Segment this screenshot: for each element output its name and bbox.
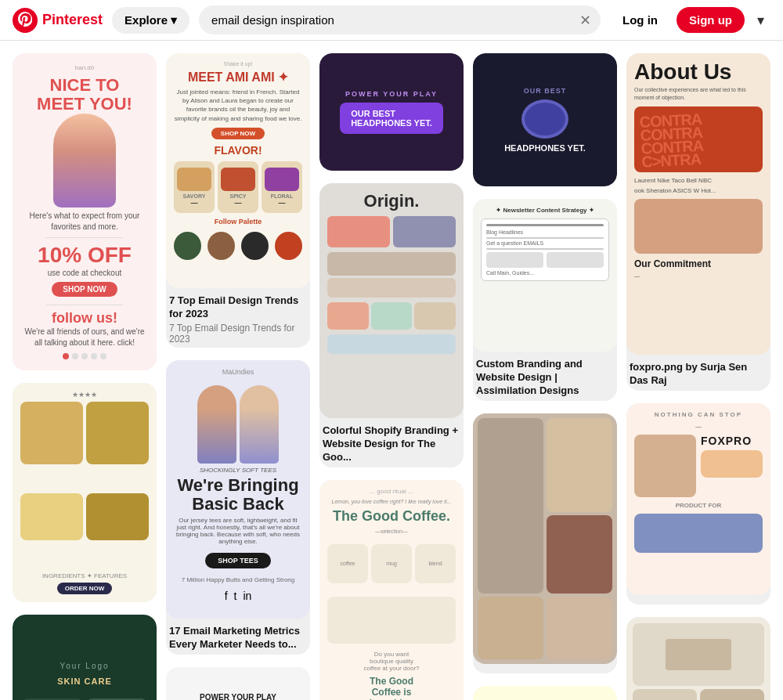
explore-chevron-icon: ▾ bbox=[171, 13, 177, 27]
pin-coffee-items: coffee mug blend bbox=[327, 544, 456, 583]
pin-title-origin: Colorful Shopify Branding + Website Desi… bbox=[323, 424, 460, 464]
search-input[interactable] bbox=[199, 5, 601, 34]
pin-coffee-question: Lemon, you love coffee right? I like rea… bbox=[327, 499, 456, 504]
pin-body: Here's what to expect from your favorite… bbox=[20, 211, 149, 233]
pin-brand-row-2: ook Sheraton ASICS W Hot... bbox=[634, 187, 763, 194]
pins-grid: ban.dō NICE TOMEET YOU! Here's what to e… bbox=[0, 41, 783, 700]
pin-metrics-title: POWER YOUR PLAY bbox=[174, 693, 302, 700]
pin-yellow-products[interactable]: ★★★★ INGREDIENTS ✦ FEATURES ORDER NOW bbox=[13, 383, 157, 602]
pin-shockingly: SHOCKINGLY SOFT TEES bbox=[200, 467, 276, 474]
pin-basic-back[interactable]: MaUndies SHOCKINGLY SOFT TEES We're Brin… bbox=[166, 360, 310, 655]
pin-product-info: INGREDIENTS ✦ FEATURES bbox=[20, 572, 149, 579]
pin-coffee-products: —selection— bbox=[327, 529, 456, 534]
pin-origin[interactable]: Origin. Colorful Shopify Branding + Webs… bbox=[319, 183, 464, 467]
pin-ritual-label: ... good ritual ... bbox=[327, 488, 456, 495]
pin-power-play[interactable]: POWER YOUR PLAY OUR BESTHEADPHONES YET. bbox=[319, 53, 464, 171]
pin-meet-ami[interactable]: Shake it up! MEET AMI AMI ✦ Just jointed… bbox=[166, 53, 310, 348]
pin-good-coffee[interactable]: ... good ritual ... Lemon, you love coff… bbox=[319, 480, 464, 700]
pin-text-about: foxpro.png by Surja Sen Das Raj bbox=[626, 355, 770, 391]
pin-promo: use code at checkout bbox=[48, 268, 122, 279]
pin-headphone-title: HEADPHONES YET. bbox=[504, 143, 586, 153]
pin-social-tw: t bbox=[234, 590, 237, 602]
pin-origin-title: Origin. bbox=[327, 191, 456, 211]
pin-text-area: 7 Top Email Design Trends for 2023 7 Top… bbox=[166, 288, 310, 348]
pin-headphone-brand: OUR BEST bbox=[524, 87, 567, 95]
pin-text-branding bbox=[473, 664, 617, 673]
pin-headline: NICE TOMEET YOU! bbox=[37, 76, 132, 114]
pin-meet-ami-header: MEET AMI AMI ✦ bbox=[174, 70, 302, 85]
pin-foxpro-sub: — bbox=[634, 423, 763, 430]
pin-product-for: PRODUCT FOR bbox=[634, 502, 763, 509]
pin-nice-to-meet[interactable]: ban.dō NICE TOMEET YOU! Here's what to e… bbox=[13, 53, 157, 370]
pin-custom-branding[interactable] bbox=[473, 413, 617, 673]
pin-foxpro-name: FOXPRO bbox=[701, 435, 763, 447]
pin-follow-body: We're all friends of ours, and we're all… bbox=[20, 327, 149, 348]
pin-foxpro[interactable]: NOTHING CAN STOP — FOXPRO PRODUCT FOR bbox=[626, 403, 770, 604]
header-actions: Log in Sign up ▾ bbox=[610, 5, 770, 35]
pin-good-coffee-launching: The GoodCoffee islaunchingsoon. bbox=[327, 676, 456, 700]
pin-happy-butts: 7 Million Happy Butts and Getting Strong bbox=[182, 576, 295, 583]
pin-title-newsletter: Custom Branding and Website Design | Ass… bbox=[476, 358, 614, 398]
profile-chevron-button[interactable]: ▾ bbox=[751, 5, 770, 35]
pin-brand-name: ban.dō bbox=[75, 64, 94, 71]
pin-discount: 10% OFF bbox=[38, 243, 132, 268]
pin-headphones[interactable]: OUR BEST HEADPHONES YET. bbox=[473, 53, 617, 186]
pin-title: 7 Top Email Design Trends for 2023 bbox=[169, 294, 307, 321]
login-button[interactable]: Log in bbox=[610, 7, 670, 33]
pin-newsletter[interactable]: ✦ Newsletter Content Strategy ✦ Blog Hea… bbox=[473, 199, 617, 401]
pin-order-btn: ORDER NOW bbox=[57, 583, 113, 594]
pinterest-logo[interactable]: Pinterest bbox=[13, 8, 103, 33]
pin-labor-day[interactable]: HAPPY LABORDAY Celebrating together Shop… bbox=[473, 686, 617, 700]
pin-tag: ★★★★ bbox=[20, 391, 149, 399]
pin-email-metrics[interactable]: POWER YOUR PLAY The only email metrics d… bbox=[166, 667, 310, 700]
pin-skin-care: SKIN CARE bbox=[57, 677, 112, 686]
pin-social-fb: f bbox=[225, 590, 228, 602]
pin-about-body: Our collective experiences are what led … bbox=[634, 86, 763, 102]
pin-coffee-about: Do you wantboutique qualitycoffee at you… bbox=[327, 651, 456, 672]
header: Pinterest Explore ▾ ✕ Log in Sign up ▾ bbox=[0, 0, 783, 41]
pin-subtitle: 7 Top Email Design Trends for 2023 bbox=[169, 323, 307, 345]
logo-text: Pinterest bbox=[42, 12, 103, 28]
pin-newsletter-title-text: ✦ Newsletter Content Strategy ✦ bbox=[481, 207, 609, 214]
pin-beige-room[interactable]: lifestyle • design bbox=[626, 617, 770, 700]
pin-text-basic: 17 Email Marketing Metrics Every Markete… bbox=[166, 619, 310, 655]
pin-power-title: POWER YOUR PLAY bbox=[345, 90, 438, 98]
pin-headphones-label: OUR BESTHEADPHONES YET. bbox=[351, 109, 432, 128]
pin-title-basic: 17 Email Marketing Metrics Every Markete… bbox=[169, 625, 307, 651]
pinterest-icon bbox=[13, 8, 38, 33]
pin-flavor: FLAVOR! bbox=[174, 144, 302, 157]
explore-button[interactable]: Explore ▾ bbox=[112, 7, 189, 34]
pin-shop-btn: SHOP NOW bbox=[52, 282, 117, 297]
pin-text-newsletter: Custom Branding and Website Design | Ass… bbox=[473, 352, 617, 401]
signup-button[interactable]: Sign up bbox=[677, 7, 745, 33]
pin-about-us[interactable]: About Us Our collective experiences are … bbox=[626, 53, 770, 391]
pin-social-in: in bbox=[243, 590, 251, 602]
explore-label: Explore bbox=[124, 13, 168, 27]
pin-shop-flavors: SHOP NOW bbox=[211, 128, 265, 139]
pin-green-logo[interactable]: Your Logo SKIN CARE bbox=[13, 615, 157, 700]
pin-dots bbox=[63, 353, 106, 359]
pin-maloodies: MaUndies bbox=[222, 368, 254, 376]
pin-wire-headlines: Blog Headlines bbox=[486, 229, 604, 235]
pin-follow: follow us! bbox=[52, 310, 117, 327]
pin-contra-text: CONTRACONTRACONTRAC>NTRA bbox=[639, 110, 757, 169]
pin-about-title: About Us bbox=[634, 61, 763, 83]
pin-wire-call: Call Main, Guides... bbox=[486, 270, 604, 276]
pin-nothing-stop: NOTHING CAN STOP bbox=[634, 411, 763, 418]
pin-basic-subtitle: Our jersey tees are soft, lightweight, a… bbox=[174, 517, 302, 545]
pin-follow-palette: Follow Palette bbox=[174, 218, 302, 226]
pin-basic-title: We're BringingBasic Back bbox=[177, 476, 298, 514]
pin-ami-body: Just jointed means: friend in French. St… bbox=[174, 88, 302, 123]
pin-text-foxpro bbox=[626, 595, 770, 604]
pin-brand-row: Laurent Nike Taco Bell NBC bbox=[634, 177, 763, 184]
pin-text-origin: Colorful Shopify Branding + Website Desi… bbox=[319, 418, 464, 467]
pin-wire-question: Get a question EMAILS bbox=[486, 240, 604, 246]
pin-commitment-body: — bbox=[634, 272, 763, 280]
search-bar: ✕ bbox=[199, 5, 601, 34]
pin-title-about: foxpro.png by Surja Sen Das Raj bbox=[630, 361, 767, 388]
pin-shake-it: Shake it up! bbox=[174, 61, 302, 67]
search-clear-button[interactable]: ✕ bbox=[579, 12, 591, 29]
pin-coffee-name: The Good Coffee. bbox=[327, 508, 456, 525]
pin-your-logo: Your Logo bbox=[60, 662, 109, 670]
pin-shop-tees: SHOP TEES bbox=[205, 553, 270, 568]
